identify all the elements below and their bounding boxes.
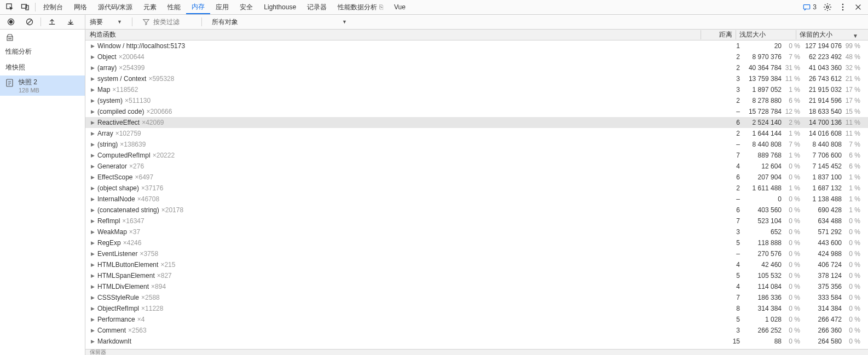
tab-源代码/来源[interactable]: 源代码/来源 <box>92 0 138 14</box>
distance-cell: 3 <box>708 327 743 334</box>
collect-garbage-icon[interactable] <box>2 31 18 44</box>
more-icon[interactable] <box>835 0 850 14</box>
messages-badge[interactable]: 3 <box>800 3 820 11</box>
table-row[interactable]: ▶Performance ×451 0280 %266 4720 % <box>85 314 868 325</box>
expand-icon[interactable]: ▶ <box>91 229 95 235</box>
expand-icon[interactable]: ▶ <box>91 109 95 114</box>
table-row[interactable]: ▶CSSStyleRule ×25887186 3360 %333 5840 % <box>85 292 868 303</box>
expand-icon[interactable]: ▶ <box>91 339 95 344</box>
table-row[interactable]: ▶(compiled code) ×200666–15 728 78412 %1… <box>85 106 868 117</box>
all-objects-dropdown[interactable]: 所有对象▼ <box>212 18 347 27</box>
expand-icon[interactable]: ▶ <box>91 142 95 147</box>
tab-性能数据分析[interactable]: 性能数据分析 ⎘ <box>332 0 389 14</box>
expand-icon[interactable]: ▶ <box>91 328 95 333</box>
header-shallow[interactable]: 浅层大小 <box>736 30 796 39</box>
filter-input[interactable] <box>153 18 192 26</box>
distance-cell: – <box>708 195 743 203</box>
table-row[interactable]: ▶ComputedRefImpl ×202227889 7681 %7 706 … <box>85 150 868 161</box>
close-icon[interactable] <box>850 0 866 14</box>
expand-icon[interactable]: ▶ <box>91 120 95 125</box>
table-row[interactable]: ▶RefImpl ×163477523 1040 %634 4880 % <box>85 216 868 226</box>
expand-icon[interactable]: ▶ <box>91 295 95 300</box>
expand-icon[interactable]: ▶ <box>91 87 95 92</box>
table-row[interactable]: ▶Map ×11856231 897 0521 %21 915 03217 % <box>85 84 868 95</box>
expand-icon[interactable]: ▶ <box>91 196 95 202</box>
expand-icon[interactable]: ▶ <box>91 185 95 191</box>
expand-icon[interactable]: ▶ <box>91 131 95 136</box>
table-body[interactable]: ▶Window / http://localhost:51731200 %127… <box>85 40 868 349</box>
retained-pct: 48 % <box>845 53 860 61</box>
divider <box>132 18 132 26</box>
tab-网络[interactable]: 网络 <box>68 0 92 14</box>
table-row[interactable]: ▶HTMLDivElement ×8944114 0840 %375 3560 … <box>85 281 868 292</box>
tab-元素[interactable]: 元素 <box>138 0 162 14</box>
tab-安全[interactable]: 安全 <box>234 0 258 14</box>
expand-icon[interactable]: ▶ <box>91 174 95 180</box>
table-row[interactable]: ▶ObjectRefImpl ×112288314 3840 %314 3840… <box>85 303 868 314</box>
sidebar-item-snapshot[interactable]: 快照 2128 MB <box>0 75 85 96</box>
table-row[interactable]: ▶RegExp ×42465118 8880 %443 6000 % <box>85 237 868 248</box>
expand-icon[interactable]: ▶ <box>91 164 95 169</box>
table-row[interactable]: ▶(object shape) ×3717621 611 4881 %1 687… <box>85 183 868 194</box>
summary-dropdown[interactable]: 摘要▼ <box>90 18 122 27</box>
class-filter[interactable] <box>142 18 192 26</box>
expand-icon[interactable]: ▶ <box>91 153 95 158</box>
expand-icon[interactable]: ▶ <box>91 218 95 224</box>
device-toggle-icon[interactable] <box>18 0 33 14</box>
inspect-icon[interactable] <box>2 0 18 14</box>
table-row[interactable]: ▶MarkdownIt15880 %264 5800 % <box>85 336 868 347</box>
table-row[interactable]: ▶EffectScope ×64976207 9040 %1 837 1001 … <box>85 172 868 183</box>
expand-icon[interactable]: ▶ <box>91 76 95 82</box>
expand-icon[interactable]: ▶ <box>91 98 95 103</box>
table-row[interactable]: ▶(system) ×51113028 278 8806 %21 914 596… <box>85 95 868 106</box>
table-row[interactable]: ▶Comment ×25633266 2520 %266 3600 % <box>85 325 868 336</box>
table-row[interactable]: ▶(array) ×254399240 364 78431 %41 043 36… <box>85 62 868 73</box>
table-row[interactable]: ▶(string) ×138639–8 440 8087 %8 440 8087… <box>85 139 868 150</box>
distance-cell: 7 <box>708 217 743 225</box>
tab-内存[interactable]: 内存 <box>186 0 210 14</box>
tab-控制台[interactable]: 控制台 <box>38 0 68 14</box>
download-icon[interactable] <box>63 15 78 29</box>
expand-icon[interactable]: ▶ <box>91 43 95 49</box>
record-icon[interactable] <box>3 15 19 29</box>
expand-icon[interactable]: ▶ <box>91 284 95 289</box>
expand-icon[interactable]: ▶ <box>91 273 95 278</box>
shallow-pct: 1 % <box>785 184 800 192</box>
tab-记录器[interactable]: 记录器 <box>302 0 332 14</box>
table-row[interactable]: ▶Window / http://localhost:51731200 %127… <box>85 40 868 51</box>
header-retained[interactable]: 保留的大小 <box>796 30 860 39</box>
table-row[interactable]: ▶Array ×10275921 644 1441 %14 016 60811 … <box>85 128 868 139</box>
header-distance[interactable]: 距离 <box>701 30 736 39</box>
table-row[interactable]: ▶HTMLButtonElement ×215442 4600 %406 724… <box>85 259 868 270</box>
expand-icon[interactable]: ▶ <box>91 207 95 213</box>
table-row[interactable]: ▶EventListener ×3758–270 5760 %424 9880 … <box>85 248 868 259</box>
expand-icon[interactable]: ▶ <box>91 306 95 311</box>
expand-icon[interactable]: ▶ <box>91 262 95 267</box>
tab-Vue[interactable]: Vue <box>389 0 411 14</box>
table-row[interactable]: ▶(concatenated string) ×201786403 5600 %… <box>85 205 868 216</box>
table-row[interactable]: ▶ReactiveEffect ×4206962 524 1402 %14 70… <box>85 117 868 128</box>
expand-icon[interactable]: ▶ <box>91 251 95 257</box>
table-row[interactable]: ▶Object ×20064428 970 3767 %62 223 49248… <box>85 51 868 62</box>
header-constructor[interactable]: 构造函数 <box>85 30 701 39</box>
clear-icon[interactable] <box>22 15 37 29</box>
expand-icon[interactable]: ▶ <box>91 54 95 60</box>
table-row[interactable]: ▶Generator ×276412 6040 %7 145 4526 % <box>85 161 868 172</box>
tab-Lighthouse[interactable]: Lighthouse <box>258 0 302 14</box>
tab-性能[interactable]: 性能 <box>162 0 186 14</box>
shallow-pct: 6 % <box>785 97 800 104</box>
expand-icon[interactable]: ▶ <box>91 240 95 246</box>
tab-应用[interactable]: 应用 <box>210 0 234 14</box>
instance-count: ×595328 <box>148 75 174 83</box>
memory-toolbar: 摘要▼ 所有对象▼ <box>0 15 868 30</box>
shallow-pct: 2 % <box>785 119 800 126</box>
table-row[interactable]: ▶system / Context ×595328313 759 38411 %… <box>85 73 868 84</box>
table-row[interactable]: ▶HTMLSpanElement ×8275105 5320 %378 1240… <box>85 270 868 281</box>
upload-icon[interactable] <box>44 15 60 29</box>
expand-icon[interactable]: ▶ <box>91 317 95 322</box>
gear-icon[interactable] <box>820 0 835 14</box>
table-row[interactable]: ▶InternalNode ×46708–00 %1 138 4881 % <box>85 194 868 205</box>
expand-icon[interactable]: ▶ <box>91 65 95 71</box>
shallow-pct: 0 % <box>785 228 800 236</box>
table-row[interactable]: ▶WeakMap ×3736520 %571 2920 % <box>85 226 868 237</box>
